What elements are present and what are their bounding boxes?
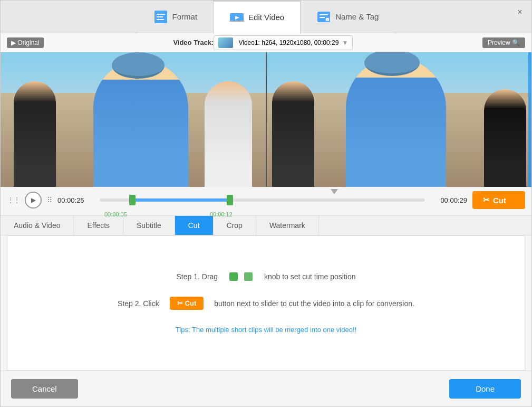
step2-text: Step 2. Click (118, 299, 159, 308)
tab-bar: Format Edit Video ✓ Name & Tag × (1, 1, 531, 33)
track-thumbnail (218, 37, 233, 48)
cut-button[interactable]: ✂ Cut (472, 191, 525, 209)
edit-video-icon (229, 10, 244, 25)
tips-text: Tips: The multiple short clips will be m… (176, 326, 356, 334)
bottom-bar: Cancel Done (1, 371, 531, 406)
slider-handle-right[interactable] (227, 195, 233, 205)
hat-left (112, 52, 165, 79)
audio-video-tab-label: Audio & Video (14, 221, 60, 230)
time-label-right: 00:00:12 (210, 211, 233, 217)
mini-cut-label: Cut (185, 299, 197, 307)
dropdown-arrow-icon: ▼ (342, 39, 348, 46)
cut-button-label: Cut (493, 196, 506, 205)
svg-rect-3 (157, 19, 164, 20)
timeline-slider[interactable] (100, 192, 425, 208)
person-left-right (272, 81, 314, 187)
step1-suffix-text: knob to set cut time position (264, 272, 356, 281)
playhead-indicator (331, 189, 338, 194)
person-center-left (93, 60, 188, 187)
video-panel-left (1, 52, 267, 187)
cancel-button[interactable]: Cancel (11, 379, 78, 399)
tab-name-tag[interactable]: ✓ Name & Tag (301, 1, 394, 33)
close-button[interactable]: × (515, 7, 525, 17)
cut-tab-label: Cut (188, 221, 200, 230)
effects-tab-label: Effects (87, 221, 110, 230)
step2-suffix-text: button next to slider to cut the video i… (214, 299, 414, 308)
slider-fill (132, 198, 230, 202)
main-window: Format Edit Video ✓ Name & Tag × (0, 0, 532, 407)
step1-text: Step 1. Drag (177, 272, 218, 281)
time-label-left: 00:00:05 (104, 211, 127, 217)
mini-cut-button[interactable]: ✂ Cut (170, 297, 204, 310)
video-track-select[interactable]: Video1: h264, 1920x1080, 00:00:29 ▼ (214, 35, 353, 50)
person-right-left (205, 81, 252, 187)
time-end-label: 00:00:29 (430, 196, 467, 204)
svg-rect-7 (235, 21, 239, 22)
tab-edit-video[interactable]: Edit Video (213, 1, 301, 33)
svg-rect-6 (229, 21, 234, 22)
watermark-tab-label: Watermark (269, 221, 305, 230)
video-scene-right (267, 52, 532, 187)
edit-video-tab-label: Edit Video (248, 13, 284, 22)
time-start-label: 00:00:25 (57, 196, 94, 204)
preview-button[interactable]: Preview 🔍 (482, 37, 525, 48)
step2-row: Step 2. Click ✂ Cut button next to slide… (118, 297, 414, 310)
grid-icon: ⠿ (47, 196, 52, 204)
person-left-left (14, 81, 56, 187)
done-button[interactable]: Done (449, 379, 521, 399)
content-area: Step 1. Drag knob to set cut time positi… (7, 235, 525, 371)
tab-effects[interactable]: Effects (74, 216, 123, 235)
video-preview-area (1, 52, 531, 187)
video-panel-right (267, 52, 532, 187)
preview-label: Preview 🔍 (488, 39, 520, 46)
timeline-area: ⋮⋮ ▶ ⠿ 00:00:25 00:00:29 ✂ Cut 00:00:05 (1, 187, 531, 216)
svg-text:✓: ✓ (326, 18, 329, 22)
name-tag-icon: ✓ (316, 10, 331, 24)
right-scrollbar[interactable] (528, 52, 531, 187)
tab-audio-video[interactable]: Audio & Video (1, 216, 74, 235)
step1-row: Step 1. Drag knob to set cut time positi… (177, 272, 356, 281)
play-button[interactable]: ▶ (25, 192, 42, 209)
tab-crop[interactable]: Crop (214, 216, 256, 235)
dots-icon: ⋮⋮ (7, 196, 20, 204)
tab-subtitle[interactable]: Subtitle (123, 216, 175, 235)
subtitle-tab-label: Subtitle (137, 221, 161, 230)
slider-handle-left[interactable] (129, 195, 136, 205)
format-tab-label: Format (172, 12, 198, 21)
tab-watermark[interactable]: Watermark (256, 216, 319, 235)
video-scene-left (1, 52, 266, 187)
track-row: ▶ Original Video Track: Video1: h264, 19… (1, 33, 531, 52)
person-far-right (484, 89, 526, 187)
video-track-label: Video Track: (173, 39, 214, 46)
svg-rect-10 (320, 14, 328, 15)
original-badge: ▶ Original (7, 37, 44, 48)
playback-row: ⋮⋮ ▶ ⠿ 00:00:25 00:00:29 ✂ Cut (7, 191, 525, 209)
tab-format[interactable]: Format (138, 1, 214, 33)
mini-scissors-icon: ✂ (177, 299, 183, 307)
original-label: ▶ Original (11, 39, 40, 46)
svg-rect-1 (157, 14, 165, 15)
slider-track (100, 198, 425, 202)
crop-tab-label: Crop (227, 221, 243, 230)
editor-tabs: Audio & Video Effects Subtitle Cut Crop … (1, 216, 531, 235)
svg-rect-2 (157, 16, 163, 17)
format-icon (153, 10, 168, 24)
person-center-right (346, 58, 446, 187)
name-tag-tab-label: Name & Tag (335, 12, 379, 21)
tab-cut[interactable]: Cut (175, 216, 214, 235)
scissors-icon: ✂ (483, 195, 490, 205)
knob-left-icon (229, 272, 238, 281)
video-info-text: Video1: h264, 1920x1080, 00:00:29 (238, 39, 338, 46)
svg-rect-8 (240, 21, 244, 22)
svg-rect-11 (320, 17, 325, 18)
knob-right-icon (244, 272, 253, 281)
